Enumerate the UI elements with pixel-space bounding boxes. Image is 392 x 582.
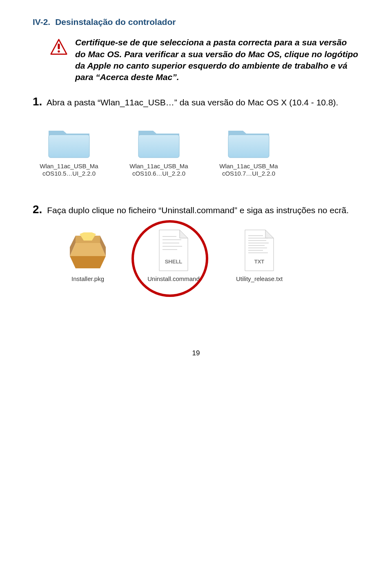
svg-marker-6 <box>70 256 106 268</box>
file-item-shell[interactable]: SHELL Uninstall.command <box>143 229 204 283</box>
folder-label: Wlan_11ac_USB_Ma cOS10.5…UI_2.2.0 <box>40 163 98 177</box>
step-1-text: Abra a pasta “Wlan_11ac_USB…” da sua ver… <box>45 98 338 107</box>
folder-icon <box>226 126 271 159</box>
section-heading: IV-2.Desinstalação do controlador <box>33 16 359 28</box>
step-1: 1. Abra a pasta “Wlan_11ac_USB…” da sua … <box>33 94 359 109</box>
step-2-text: Faça duplo clique no ficheiro “Uninstall… <box>45 205 349 215</box>
step-2: 2. Faça duplo clique no ficheiro “Uninst… <box>33 202 359 217</box>
file-label: Utility_release.txt <box>236 275 283 283</box>
warning-icon <box>50 38 68 56</box>
step-2-number: 2. <box>33 203 42 216</box>
package-icon <box>67 231 108 272</box>
folder-item[interactable]: Wlan_11ac_USB_Ma cOS10.7…UI_2.2.0 <box>218 126 279 177</box>
folder-row: Wlan_11ac_USB_Ma cOS10.5…UI_2.2.0 Wlan_1… <box>38 126 359 177</box>
svg-point-2 <box>58 51 60 53</box>
file-row: Installer.pkg SHELL Uninstall.command <box>57 229 359 283</box>
file-item-pkg[interactable]: Installer.pkg <box>57 231 118 283</box>
folder-item[interactable]: Wlan_11ac_USB_Ma cOS10.5…UI_2.2.0 <box>38 126 100 177</box>
warning-text: Certifique-se de que selecciona a pasta … <box>75 37 359 83</box>
warning-block: Certifique-se de que selecciona a pasta … <box>50 37 359 83</box>
file-item-txt[interactable]: TXT Utility_release.txt <box>229 229 290 283</box>
section-title: Desinstalação do controlador <box>55 17 176 27</box>
shell-file-icon: SHELL <box>157 229 190 272</box>
svg-rect-5 <box>228 135 269 158</box>
folder-label: Wlan_11ac_USB_Ma cOS10.7…UI_2.2.0 <box>219 163 278 177</box>
page-number: 19 <box>33 349 359 358</box>
txt-badge-text: TXT <box>254 259 265 265</box>
file-label: Uninstall.command <box>147 275 200 283</box>
svg-rect-3 <box>49 135 89 158</box>
folder-label: Wlan_11ac_USB_Ma cOS10.6…UI_2.2.0 <box>129 163 188 177</box>
file-label: Installer.pkg <box>71 275 104 283</box>
folder-icon <box>136 126 181 159</box>
txt-file-icon: TXT <box>243 229 276 272</box>
step-1-number: 1. <box>33 95 42 108</box>
folder-icon <box>47 126 91 159</box>
section-number: IV-2. <box>33 17 50 27</box>
folder-item[interactable]: Wlan_11ac_USB_Ma cOS10.6…UI_2.2.0 <box>128 126 189 177</box>
svg-rect-4 <box>138 135 179 158</box>
svg-rect-1 <box>58 44 60 49</box>
shell-badge-text: SHELL <box>165 259 183 265</box>
svg-marker-7 <box>70 243 106 256</box>
